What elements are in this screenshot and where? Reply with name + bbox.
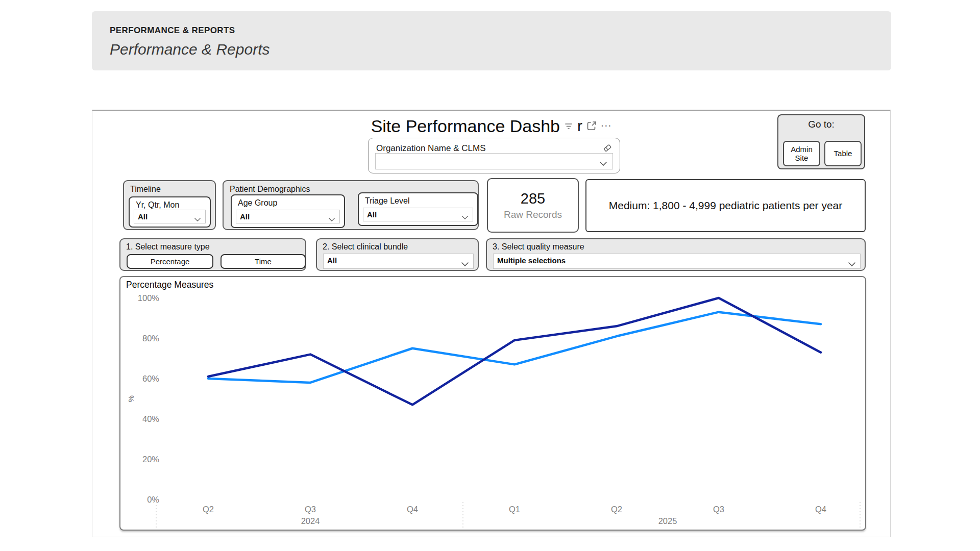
svg-text:2025: 2025 <box>658 516 677 525</box>
filter-icon[interactable] <box>564 121 574 131</box>
chevron-down-icon <box>328 215 335 224</box>
timeline-field-label: Yr, Qtr, Mon <box>136 201 179 210</box>
svg-text:Q1: Q1 <box>509 505 520 514</box>
percentage-measures-chart: Percentage Measures 0%20%40%60%80%100%%Q… <box>119 276 866 531</box>
organization-dropdown[interactable] <box>375 153 613 169</box>
svg-text:20%: 20% <box>142 455 159 464</box>
dashboard-container: Site Performance Dashb r ... Organizatio… <box>92 110 891 537</box>
svg-text:2024: 2024 <box>301 516 320 525</box>
series-light-blue-measure <box>208 312 821 383</box>
quality-measure-label: 3. Select quality measure <box>493 242 584 252</box>
page-header-card: PERFORMANCE & REPORTS Performance & Repo… <box>92 11 891 70</box>
svg-text:60%: 60% <box>142 374 159 383</box>
visual-title: Site Performance Dashb <box>371 116 560 136</box>
chevron-down-icon <box>599 159 607 168</box>
chevron-down-icon <box>848 260 856 269</box>
goto-panel: Go to: Admin Site Table <box>777 114 865 169</box>
measure-type-panel: 1. Select measure type Percentage Time <box>119 238 306 271</box>
page-title: Performance & Reports <box>110 41 270 58</box>
svg-text:%: % <box>127 395 135 402</box>
raw-records-card: 285 Raw Records <box>487 178 579 233</box>
patient-demographics-panel: Patient Demographics Age Group All Triag… <box>223 180 479 230</box>
patient-demographics-label: Patient Demographics <box>230 185 310 194</box>
age-group-label: Age Group <box>238 198 277 208</box>
clinical-bundle-dropdown[interactable]: All <box>323 254 474 269</box>
timeline-panel: Timeline Yr, Qtr, Mon All <box>123 180 216 230</box>
goto-label: Go to: <box>778 119 864 130</box>
chevron-down-icon <box>461 260 469 269</box>
patient-volume-card: Medium: 1,800 - 4,999 pediatric patients… <box>585 179 866 232</box>
patient-volume-text: Medium: 1,800 - 4,999 pediatric patients… <box>609 199 843 212</box>
visual-header: Site Performance Dashb r ... <box>92 115 890 137</box>
measure-type-label: 1. Select measure type <box>126 242 210 252</box>
raw-records-value: 285 <box>521 190 545 207</box>
svg-text:Q2: Q2 <box>611 505 622 514</box>
triage-level-label: Triage Level <box>365 196 409 206</box>
svg-text:Q3: Q3 <box>305 505 316 514</box>
clinical-bundle-dropdown-value: All <box>327 256 337 265</box>
svg-text:Q4: Q4 <box>815 505 826 514</box>
svg-text:100%: 100% <box>138 293 160 303</box>
line-chart-plot[interactable]: 0%20%40%60%80%100%%Q2Q3Q4Q1Q2Q3Q42024202… <box>120 277 865 530</box>
timeline-panel-label: Timeline <box>130 185 161 194</box>
svg-text:80%: 80% <box>142 334 159 343</box>
timeline-dropdown[interactable]: All <box>134 210 206 223</box>
time-button[interactable]: Time <box>220 254 306 269</box>
more-options-icon[interactable]: ... <box>601 120 611 126</box>
admin-site-button[interactable]: Admin Site <box>783 141 820 166</box>
quality-measure-dropdown[interactable]: Multiple selections <box>493 254 861 269</box>
svg-text:40%: 40% <box>142 414 159 423</box>
percentage-button[interactable]: Percentage <box>127 254 213 269</box>
organization-filter-label: Organization Name & CLMS <box>376 143 485 154</box>
age-group-slicer: Age Group All <box>231 194 345 228</box>
svg-text:Q4: Q4 <box>407 505 418 514</box>
visual-title-fragment: r <box>577 117 582 135</box>
chevron-down-icon <box>461 213 469 222</box>
triage-level-slicer: Triage Level All <box>358 192 478 226</box>
organization-filter: Organization Name & CLMS <box>368 138 620 173</box>
breadcrumb: PERFORMANCE & REPORTS <box>110 26 235 36</box>
svg-text:Q2: Q2 <box>203 505 214 514</box>
clinical-bundle-panel: 2. Select clinical bundle All <box>316 238 479 271</box>
age-group-dropdown[interactable]: All <box>236 210 340 223</box>
triage-level-dropdown-value: All <box>367 210 377 219</box>
timeline-dropdown-value: All <box>138 212 148 221</box>
quality-measure-dropdown-value: Multiple selections <box>497 256 566 265</box>
triage-level-dropdown[interactable]: All <box>363 208 473 221</box>
clinical-bundle-label: 2. Select clinical bundle <box>323 242 408 252</box>
svg-text:0%: 0% <box>147 495 159 504</box>
chevron-down-icon <box>194 215 201 224</box>
timeline-slicer: Yr, Qtr, Mon All <box>129 196 211 228</box>
focus-mode-icon[interactable] <box>586 120 597 132</box>
raw-records-label: Raw Records <box>504 209 562 220</box>
age-group-dropdown-value: All <box>240 212 250 221</box>
table-button[interactable]: Table <box>824 141 862 166</box>
svg-text:Q3: Q3 <box>713 505 724 514</box>
quality-measure-panel: 3. Select quality measure Multiple selec… <box>486 238 866 271</box>
